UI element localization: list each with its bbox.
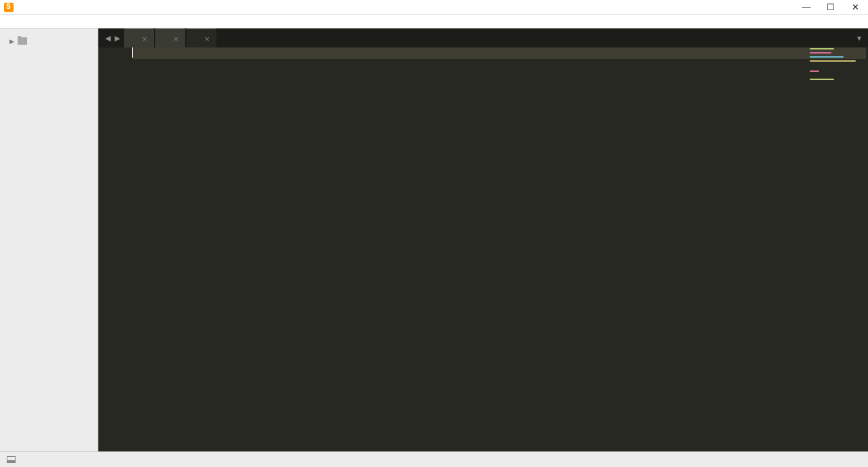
close-icon[interactable]: × bbox=[173, 34, 178, 43]
code[interactable] bbox=[127, 47, 868, 451]
code-area[interactable] bbox=[98, 47, 868, 451]
maximize-button[interactable]: ☐ bbox=[826, 3, 835, 12]
menubar bbox=[0, 15, 868, 28]
chevron-right-icon: ▶ bbox=[9, 38, 16, 45]
tab-section-content[interactable]: × bbox=[155, 28, 185, 47]
gutter bbox=[98, 47, 127, 451]
main: ▶ ◀ ▶ × × × ▼ bbox=[0, 28, 868, 451]
close-icon[interactable]: × bbox=[142, 34, 147, 43]
tab-overflow-icon[interactable]: ▼ bbox=[856, 35, 863, 42]
folder-icon bbox=[18, 37, 27, 45]
minimize-button[interactable]: — bbox=[802, 3, 811, 12]
sidebar-item-themes[interactable]: ▶ bbox=[0, 37, 98, 45]
sidebar: ▶ bbox=[0, 28, 98, 451]
tab-page[interactable]: × bbox=[186, 28, 216, 47]
editor: ◀ ▶ × × × ▼ bbox=[98, 28, 868, 451]
app-icon bbox=[4, 3, 14, 12]
tab-history-forward-icon[interactable]: ▶ bbox=[115, 34, 120, 43]
close-icon[interactable]: × bbox=[204, 34, 210, 43]
minimap[interactable] bbox=[807, 47, 868, 451]
panel-toggle-icon[interactable] bbox=[7, 456, 16, 463]
close-window-button[interactable]: ✕ bbox=[850, 3, 860, 12]
statusbar bbox=[0, 451, 868, 467]
tabbar: ◀ ▶ × × × ▼ bbox=[98, 28, 868, 47]
tab-history-back-icon[interactable]: ◀ bbox=[105, 34, 111, 43]
titlebar: — ☐ ✕ bbox=[0, 0, 868, 15]
tab-front-page[interactable]: × bbox=[124, 28, 154, 47]
